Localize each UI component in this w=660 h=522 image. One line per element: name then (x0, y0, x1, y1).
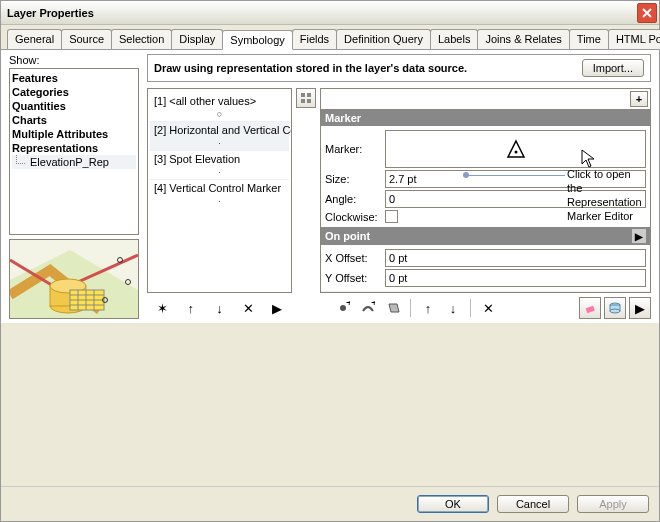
xoffset-label: X Offset: (325, 252, 385, 264)
eraser-icon[interactable] (579, 297, 601, 319)
layer-down-icon[interactable]: ↓ (442, 297, 464, 319)
layer-preview (9, 239, 139, 319)
clockwise-label: Clockwise: (325, 211, 385, 223)
svg-text:+: + (371, 301, 375, 308)
tab-html-popup[interactable]: HTML Popup (608, 29, 660, 49)
svg-point-19 (514, 151, 517, 154)
instruction-row: Draw using representation stored in the … (147, 54, 651, 82)
layer-properties-window: Layer Properties General Source Selectio… (0, 0, 660, 522)
play-icon[interactable]: ▶ (266, 297, 288, 319)
tree-multiple-attributes[interactable]: Multiple Attributes (12, 127, 136, 141)
dialog-footer: OK Cancel Apply (1, 486, 659, 521)
tab-general[interactable]: General (7, 29, 62, 49)
svg-rect-17 (301, 99, 305, 103)
tab-time[interactable]: Time (569, 29, 609, 49)
instruction-text: Draw using representation stored in the … (154, 62, 576, 74)
xoffset-input[interactable] (385, 249, 646, 267)
list-item[interactable]: [2] Horizontal and Vertical Control · (150, 121, 289, 150)
tab-bar: General Source Selection Display Symbolo… (1, 25, 659, 50)
marker-preview-button[interactable] (385, 130, 646, 168)
onpoint-props: X Offset: Y Offset: (321, 245, 650, 291)
yoffset-input[interactable] (385, 269, 646, 287)
add-layer-button[interactable]: + (630, 91, 648, 107)
callout-text: Click to open the Representation Marker … (567, 167, 642, 223)
target-icon[interactable]: ✶ (151, 297, 173, 319)
left-column: Show: Features Categories Quantities Cha… (9, 54, 139, 319)
list-item[interactable]: [4] Vertical Control Marker · (150, 179, 289, 208)
show-label: Show: (9, 54, 139, 66)
svg-point-26 (610, 309, 620, 313)
tab-joins-relates[interactable]: Joins & Relates (477, 29, 569, 49)
ok-button[interactable]: OK (417, 495, 489, 513)
tab-definition-query[interactable]: Definition Query (336, 29, 431, 49)
tree-quantities[interactable]: Quantities (12, 99, 136, 113)
list-item-label: [2] Horizontal and Vertical Control (154, 124, 292, 136)
window-title: Layer Properties (7, 7, 637, 19)
size-label: Size: (325, 173, 385, 185)
onpoint-section-title: On point (325, 230, 370, 242)
add-line-icon[interactable]: + (357, 297, 379, 319)
tree-categories[interactable]: Categories (12, 85, 136, 99)
main-content: Show: Features Categories Quantities Cha… (1, 50, 659, 323)
tab-source[interactable]: Source (61, 29, 112, 49)
add-layer-row: + (320, 88, 651, 109)
bottom-toolbars: ✶ ↑ ↓ ✕ ▶ + + ↑ ↓ ✕ (147, 297, 651, 319)
cancel-button[interactable]: Cancel (497, 495, 569, 513)
layer-tool-column (296, 88, 316, 293)
close-button[interactable] (637, 3, 657, 23)
marker-label: Marker: (325, 143, 385, 155)
delete-icon[interactable]: ✕ (237, 297, 259, 319)
layer-up-icon[interactable]: ↑ (417, 297, 439, 319)
marker-section-title: Marker (325, 112, 361, 124)
import-button[interactable]: Import... (582, 59, 644, 77)
angle-label: Angle: (325, 193, 385, 205)
add-fill-icon[interactable] (382, 297, 404, 319)
move-up-icon[interactable]: ↑ (180, 297, 202, 319)
list-item-label: [1] <all other values> (154, 95, 256, 107)
onpoint-menu-arrow-icon[interactable]: ▶ (632, 229, 646, 243)
layer-tool-button[interactable] (296, 88, 316, 108)
svg-text:+: + (346, 301, 350, 308)
tree-rep-child[interactable]: ElevationP_Rep (12, 155, 136, 169)
clockwise-checkbox[interactable] (385, 210, 398, 223)
tab-fields[interactable]: Fields (292, 29, 337, 49)
mouse-cursor-icon (581, 149, 597, 169)
tab-labels[interactable]: Labels (430, 29, 478, 49)
representation-rule-list[interactable]: [1] <all other values> ○ [2] Horizontal … (147, 88, 292, 293)
svg-rect-18 (307, 99, 311, 103)
apply-button[interactable]: Apply (577, 495, 649, 513)
svg-rect-15 (301, 93, 305, 97)
callout-dot (463, 172, 469, 178)
tab-selection[interactable]: Selection (111, 29, 172, 49)
play-right-icon[interactable]: ▶ (629, 297, 651, 319)
list-item[interactable]: [3] Spot Elevation · (150, 150, 289, 179)
list-item[interactable]: [1] <all other values> ○ (150, 93, 289, 121)
callout-line (465, 175, 565, 176)
tab-display[interactable]: Display (171, 29, 223, 49)
tree-features[interactable]: Features (12, 71, 136, 85)
svg-rect-16 (307, 93, 311, 97)
onpoint-section-header: On point ▶ (321, 227, 650, 245)
list-item-label: [4] Vertical Control Marker (154, 182, 281, 194)
yoffset-label: Y Offset: (325, 272, 385, 284)
svg-rect-23 (586, 306, 595, 313)
rule-toolbar: ✶ ↑ ↓ ✕ ▶ (147, 297, 292, 319)
titlebar: Layer Properties (1, 1, 659, 25)
cylinder-icon[interactable] (604, 297, 626, 319)
marker-section-header: Marker (321, 110, 650, 126)
tree-representations[interactable]: Representations (12, 141, 136, 155)
symbol-toolbar: + + ↑ ↓ ✕ ▶ (332, 297, 651, 319)
layer-delete-icon[interactable]: ✕ (477, 297, 499, 319)
tree-charts[interactable]: Charts (12, 113, 136, 127)
list-item-label: [3] Spot Elevation (154, 153, 240, 165)
tab-symbology[interactable]: Symbology (222, 30, 292, 50)
show-tree[interactable]: Features Categories Quantities Charts Mu… (9, 68, 139, 235)
move-down-icon[interactable]: ↓ (209, 297, 231, 319)
add-point-icon[interactable]: + (332, 297, 354, 319)
